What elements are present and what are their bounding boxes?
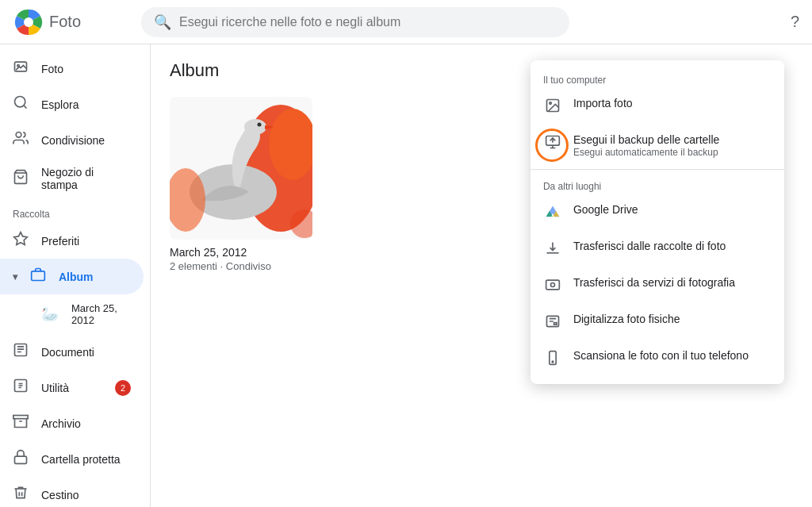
negozio-icon	[13, 169, 29, 189]
utilita-icon	[13, 378, 29, 398]
sidebar-item-album[interactable]: ▾ Album	[0, 259, 144, 294]
gdrive-icon	[543, 204, 562, 224]
telefono-text: Scansiona le foto con il tuo telefono	[573, 349, 749, 362]
sidebar-item-label-esplora: Esplora	[41, 98, 79, 111]
raccolte-title: Trasferisci dalle raccolte di foto	[573, 240, 726, 252]
foto-icon	[13, 59, 29, 79]
album-image-svg	[170, 97, 312, 240]
chevron-down-icon: ▾	[13, 271, 17, 282]
sidebar-item-cestino[interactable]: Cestino	[0, 477, 144, 507]
help-icon[interactable]: ?	[791, 13, 799, 31]
archivio-icon	[13, 413, 29, 433]
dropdown-item-importa[interactable]: Importa foto	[530, 89, 784, 125]
logo-text: Foto	[49, 13, 81, 31]
svg-rect-16	[32, 271, 45, 281]
dropdown-divider	[530, 169, 784, 170]
digitalizza-icon	[543, 313, 562, 333]
telefono-icon	[543, 350, 562, 370]
digitalizza-title: Digitalizza foto fisiche	[573, 313, 680, 325]
svg-point-12	[15, 97, 25, 107]
servizi-title: Trasferisci da servizi di fotografia	[573, 276, 735, 289]
sidebar-item-label-condivisione: Condivisione	[41, 134, 105, 147]
header: Foto 🔍 Il tuo computer	[0, 0, 812, 44]
sidebar-item-label-march2012: March 25, 2012	[71, 302, 131, 326]
album-info: 2 elementi · Condiviso	[170, 260, 312, 272]
backup-title: Esegui il backup delle cartelle	[573, 133, 719, 146]
album-meta: March 25, 2012 2 elementi · Condiviso	[170, 246, 312, 272]
search-icon: 🔍	[154, 13, 171, 31]
sidebar-item-label-album: Album	[59, 271, 94, 283]
condivisione-icon	[13, 130, 29, 150]
sidebar-item-preferiti[interactable]: Preferiti	[0, 223, 144, 259]
sidebar-item-label-documenti: Documenti	[41, 346, 94, 359]
sidebar-item-label-cartella: Cartella protetta	[41, 453, 121, 466]
sidebar-item-label-foto: Foto	[41, 63, 63, 75]
sidebar-item-documenti[interactable]: Documenti	[0, 334, 144, 370]
gdrive-text: Google Drive	[573, 203, 638, 216]
sidebar-item-archivio[interactable]: Archivio	[0, 405, 144, 441]
sidebar-item-cartella[interactable]: Cartella protetta	[0, 441, 144, 477]
sidebar-item-condivisione[interactable]: Condivisione	[0, 122, 144, 158]
sidebar-item-label-preferiti: Preferiti	[41, 235, 79, 248]
sidebar-item-foto[interactable]: Foto	[0, 51, 144, 86]
sidebar: Foto Esplora Condivisione	[0, 44, 151, 507]
importa-text: Importa foto	[573, 97, 633, 109]
sidebar-item-label-cestino: Cestino	[41, 489, 79, 501]
header-right: Il tuo computer Importa foto	[784, 13, 799, 31]
album-thumbnail	[170, 97, 312, 240]
svg-rect-21	[15, 456, 27, 463]
dropdown-item-backup[interactable]: Esegui il backup delle cartelle Esegui a…	[530, 125, 784, 166]
backup-subtitle: Esegui automaticamente il backup	[573, 147, 719, 158]
import-photo-icon	[543, 98, 562, 117]
album-date: March 25, 2012	[170, 246, 312, 259]
svg-point-5	[550, 282, 554, 286]
dropdown-item-digitalizza[interactable]: Digitalizza foto fisiche	[530, 305, 784, 341]
sidebar-item-label-negozio: Negozio di stampa	[41, 166, 131, 191]
cestino-icon	[13, 485, 29, 505]
logo: Foto	[13, 6, 132, 38]
search-bar[interactable]: 🔍	[141, 7, 569, 37]
sidebar-item-utilita[interactable]: Utilità 2	[0, 370, 144, 405]
march2012-thumb: 🦢	[41, 305, 59, 323]
esplora-icon	[13, 94, 29, 114]
svg-point-13	[16, 133, 21, 138]
search-input[interactable]	[179, 15, 557, 29]
dropdown-section-altri: Da altri luoghi	[530, 173, 784, 195]
raccolte-text: Trasferisci dalle raccolte di foto	[573, 240, 726, 252]
preferiti-icon	[13, 231, 29, 251]
raccolte-icon	[543, 240, 562, 260]
upload-dropdown: Il tuo computer Importa foto	[530, 60, 784, 384]
svg-point-9	[552, 361, 553, 363]
svg-rect-7	[554, 322, 557, 325]
sidebar-item-label-archivio: Archivio	[41, 417, 81, 430]
importa-title: Importa foto	[573, 97, 633, 109]
sidebar-item-esplora[interactable]: Esplora	[0, 86, 144, 122]
album-icon	[30, 267, 46, 286]
servizi-icon	[543, 277, 562, 297]
dropdown-item-servizi[interactable]: Trasferisci da servizi di fotografia	[530, 268, 784, 305]
svg-point-25	[244, 119, 266, 135]
svg-rect-19	[13, 416, 28, 419]
google-logo-icon	[13, 6, 44, 38]
svg-marker-15	[14, 232, 28, 245]
telefono-title: Scansiona le foto con il tuo telefono	[573, 349, 749, 362]
sidebar-section-raccolta: Raccolta	[0, 199, 150, 223]
dropdown-section-computer: Il tuo computer	[530, 67, 784, 89]
backup-text: Esegui il backup delle cartelle Esegui a…	[573, 133, 719, 158]
utilita-badge: 2	[115, 380, 131, 396]
cartella-icon	[13, 449, 29, 469]
sidebar-item-march2012[interactable]: 🦢 March 25, 2012	[0, 294, 144, 334]
svg-point-26	[258, 123, 262, 127]
dropdown-item-raccolte[interactable]: Trasferisci dalle raccolte di foto	[530, 232, 784, 268]
dropdown-item-telefono[interactable]: Scansiona le foto con il tuo telefono	[530, 341, 784, 378]
gdrive-title: Google Drive	[573, 203, 638, 216]
backup-icon	[543, 134, 562, 154]
servizi-text: Trasferisci da servizi di fotografia	[573, 276, 735, 289]
svg-point-2	[550, 102, 552, 104]
sidebar-item-label-utilita: Utilità	[41, 382, 69, 394]
dropdown-item-gdrive[interactable]: Google Drive	[530, 195, 784, 232]
sidebar-item-negozio[interactable]: Negozio di stampa	[0, 158, 144, 199]
album-card-march2012[interactable]: March 25, 2012 2 elementi · Condiviso	[170, 97, 312, 272]
svg-point-0	[24, 17, 33, 27]
digitalizza-text: Digitalizza foto fisiche	[573, 313, 680, 325]
